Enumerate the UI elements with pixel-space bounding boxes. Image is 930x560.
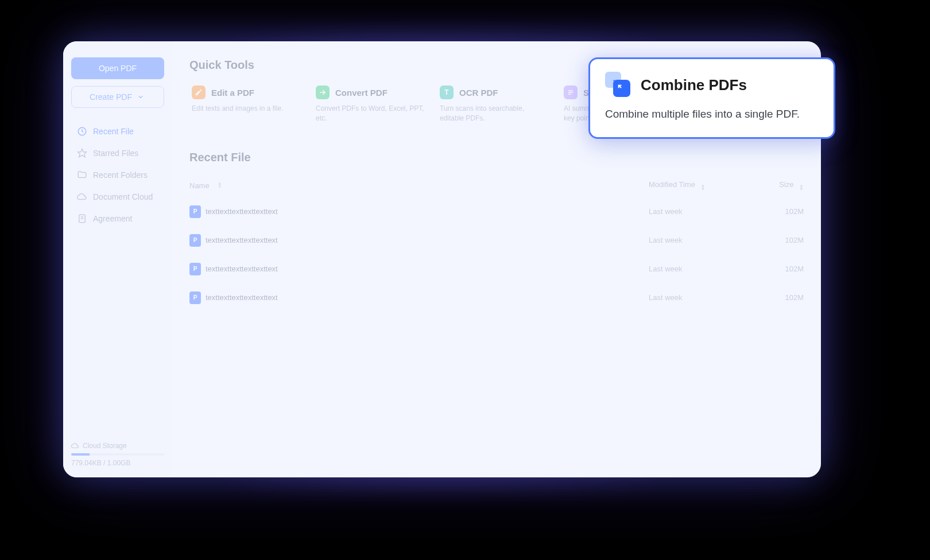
tool-desc: Convert PDFs to Word, Excel, PPT, etc. — [316, 104, 425, 123]
convert-icon — [316, 85, 330, 99]
file-modified: Last week — [649, 236, 746, 244]
column-header-size[interactable]: Size ▲▼ — [746, 180, 804, 191]
pdf-file-icon: P — [189, 291, 201, 304]
combine-pdfs-icon — [605, 72, 631, 98]
svg-marker-1 — [78, 149, 87, 157]
sidebar-item-label: Starred Files — [93, 149, 138, 158]
folder-icon — [77, 170, 87, 180]
column-header-modified-label: Modified Time — [649, 180, 695, 189]
tool-convert-pdf[interactable]: Convert PDF Convert PDFs to Word, Excel,… — [313, 82, 427, 127]
tool-ocr-pdf[interactable]: T OCR PDF Turn scans into searchable, ed… — [437, 82, 551, 127]
cloud-storage-section: Cloud Storage 779.04KB / 1.00GB — [71, 442, 164, 467]
cloud-storage-progress — [71, 453, 164, 456]
cloud-icon — [77, 192, 87, 202]
tool-title: Edit a PDF — [211, 88, 254, 98]
chevron-down-icon — [135, 92, 146, 102]
combine-pdfs-tooltip: Combine PDFs Combine multiple files into… — [588, 57, 835, 139]
sort-icon: ▲▼ — [799, 184, 804, 191]
file-size: 102M — [746, 293, 804, 302]
file-modified: Last week — [649, 207, 746, 216]
sort-icon: ▲▼ — [701, 184, 706, 191]
sidebar-item-label: Recent File — [93, 127, 134, 136]
file-name: texttexttexttexttexttext — [206, 293, 278, 302]
sidebar-item-label: Document Cloud — [93, 192, 153, 201]
file-name: texttexttexttexttexttext — [206, 236, 278, 244]
file-name: texttexttexttexttexttext — [206, 207, 278, 216]
column-header-name[interactable]: Name ▲▼ — [189, 181, 649, 190]
document-icon — [77, 213, 87, 224]
sidebar: Open PDF Create PDF Recent File Starred … — [63, 41, 172, 477]
sidebar-item-agreement[interactable]: Agreement — [71, 208, 164, 230]
tool-desc: Edit texts and images in a file. — [192, 104, 301, 114]
sidebar-item-document-cloud[interactable]: Document Cloud — [71, 186, 164, 208]
file-size: 102M — [746, 265, 804, 273]
pdf-file-icon: P — [189, 234, 201, 247]
sidebar-item-recent-file[interactable]: Recent File — [71, 120, 164, 142]
tool-edit-pdf[interactable]: Edit a PDF Edit texts and images in a fi… — [189, 82, 303, 127]
cloud-storage-usage: 779.04KB / 1.00GB — [71, 459, 164, 467]
sidebar-item-label: Agreement — [93, 214, 132, 223]
star-icon — [77, 148, 87, 158]
cloud-storage-progress-fill — [71, 453, 90, 456]
file-modified: Last week — [649, 293, 746, 302]
create-pdf-button[interactable]: Create PDF — [71, 86, 164, 108]
column-header-modified[interactable]: Modified Time ▲▼ — [649, 180, 746, 191]
table-row[interactable]: P texttexttexttexttexttext Last week 102… — [189, 226, 804, 255]
tool-desc: Turn scans into searchable, editable PDF… — [440, 104, 549, 123]
sidebar-item-recent-folders[interactable]: Recent Folders — [71, 164, 164, 186]
table-row[interactable]: P texttexttexttexttexttext Last week 102… — [189, 197, 804, 226]
cloud-icon — [71, 442, 79, 450]
file-size: 102M — [746, 236, 804, 244]
tool-title: Convert PDF — [335, 88, 388, 98]
recent-table-header: Name ▲▼ Modified Time ▲▼ Size ▲▼ — [189, 174, 804, 197]
popup-title: Combine PDFs — [641, 76, 747, 94]
sidebar-item-label: Recent Folders — [93, 170, 148, 180]
sidebar-item-starred-files[interactable]: Starred Files — [71, 142, 164, 164]
tool-title: OCR PDF — [459, 88, 498, 98]
sort-icon: ▲▼ — [218, 182, 222, 189]
column-header-size-label: Size — [779, 180, 793, 189]
create-pdf-label: Create PDF — [90, 92, 132, 102]
table-row[interactable]: P texttexttexttexttexttext Last week 102… — [189, 283, 804, 312]
file-modified: Last week — [649, 265, 746, 273]
summarise-icon — [564, 85, 578, 99]
popup-description: Combine multiple files into a single PDF… — [605, 106, 819, 122]
pdf-file-icon: P — [189, 205, 201, 218]
column-header-name-label: Name — [189, 181, 210, 190]
pdf-file-icon: P — [189, 263, 201, 275]
ocr-icon: T — [440, 85, 454, 99]
file-size: 102M — [746, 207, 804, 216]
recent-file-heading: Recent File — [189, 151, 804, 164]
edit-icon — [192, 85, 206, 99]
open-pdf-button[interactable]: Open PDF — [71, 57, 164, 79]
table-row[interactable]: P texttexttexttexttexttext Last week 102… — [189, 255, 804, 283]
cloud-storage-label: Cloud Storage — [83, 442, 127, 450]
clock-icon — [77, 126, 87, 137]
file-name: texttexttexttexttexttext — [206, 265, 278, 273]
